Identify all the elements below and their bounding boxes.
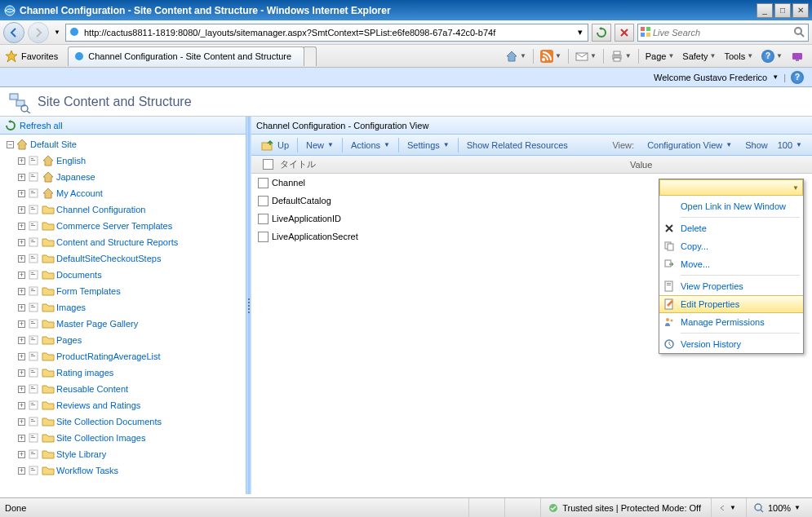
actions-icon[interactable]: [27, 219, 40, 232]
context-target[interactable]: ▼: [659, 179, 803, 196]
active-tab[interactable]: Channel Configuration - Site Content and…: [68, 46, 304, 66]
tree-site-node[interactable]: +English: [0, 152, 246, 169]
maximize-button[interactable]: □: [774, 3, 791, 18]
related-button[interactable]: Show Related Resources: [460, 138, 575, 152]
home-button[interactable]: ▼: [502, 48, 530, 64]
tree-label[interactable]: Commerce Server Templates: [56, 221, 172, 231]
devtools-button[interactable]: [788, 48, 807, 64]
expand-icon[interactable]: +: [18, 255, 25, 263]
expand-icon[interactable]: +: [18, 402, 25, 409]
tree-label[interactable]: My Account: [56, 188, 103, 198]
expand-icon[interactable]: +: [18, 206, 25, 214]
expand-icon[interactable]: +: [18, 304, 25, 312]
stop-button[interactable]: [615, 24, 634, 42]
actions-icon[interactable]: [27, 350, 40, 363]
tree-list-node[interactable]: +Site Collection Documents: [0, 413, 246, 430]
favorites-label[interactable]: Favorites: [21, 51, 58, 61]
tree-list-node[interactable]: +ProductRatingAverageList: [0, 348, 246, 365]
actions-icon[interactable]: [27, 268, 40, 281]
tree-label[interactable]: Site Collection Documents: [56, 417, 162, 426]
tree-label[interactable]: Reviews and Ratings: [56, 400, 140, 410]
row-checkbox[interactable]: [258, 232, 268, 242]
row-checkbox[interactable]: [258, 196, 268, 206]
feeds-button[interactable]: ▼: [537, 48, 565, 64]
tree-list-node[interactable]: +Images: [0, 299, 246, 316]
tree-list-node[interactable]: +Form Templates: [0, 283, 246, 299]
ctx-delete[interactable]: Delete: [659, 219, 803, 237]
tree-root[interactable]: − Default Site: [0, 136, 246, 152]
address-input[interactable]: [82, 28, 575, 38]
tree-label[interactable]: DefaultSiteCheckoutSteps: [56, 254, 161, 263]
search-go-icon[interactable]: [793, 26, 806, 39]
new-button[interactable]: New▼: [300, 138, 340, 152]
expand-icon[interactable]: +: [18, 369, 25, 377]
tools-menu[interactable]: Tools▼: [721, 50, 757, 63]
close-button[interactable]: ✕: [792, 3, 809, 18]
tree-list-node[interactable]: +Reviews and Ratings: [0, 397, 246, 413]
mail-button[interactable]: ▼: [572, 48, 600, 64]
refresh-all-link[interactable]: Refresh all: [20, 121, 63, 130]
actions-icon[interactable]: [27, 252, 40, 265]
status-zoom[interactable]: 100% ▼: [746, 498, 807, 517]
tree-label[interactable]: Site Collection Images: [56, 433, 145, 443]
search-input[interactable]: [653, 28, 793, 38]
tree-list-node[interactable]: +Commerce Server Templates: [0, 218, 246, 234]
select-all-checkbox[interactable]: [263, 159, 273, 170]
expand-icon[interactable]: +: [18, 337, 25, 344]
tree-label[interactable]: Style Library: [56, 449, 106, 459]
expand-icon[interactable]: +: [18, 239, 25, 246]
ctx-permissions[interactable]: Manage Permissions: [659, 313, 803, 331]
ctx-edit-properties[interactable]: Edit Properties: [659, 295, 803, 313]
tree-label[interactable]: English: [56, 156, 86, 166]
ctx-copy[interactable]: Copy...: [659, 237, 803, 255]
show-label[interactable]: Show: [742, 140, 771, 150]
tree-list-node[interactable]: +Reusable Content: [0, 381, 246, 397]
tree-site-node[interactable]: +Japanese: [0, 169, 246, 185]
expand-icon[interactable]: +: [18, 451, 25, 458]
actions-icon[interactable]: [27, 317, 40, 330]
collapse-icon[interactable]: −: [7, 141, 14, 148]
address-dropdown-icon[interactable]: ▾: [575, 27, 586, 38]
tree-label[interactable]: Documents: [56, 270, 102, 280]
expand-icon[interactable]: +: [18, 320, 25, 328]
tree-label[interactable]: Workflow Tasks: [56, 466, 118, 475]
tree-list-node[interactable]: +Workflow Tasks: [0, 462, 246, 479]
address-bar[interactable]: ▾: [65, 24, 588, 42]
welcome-user[interactable]: Welcome Gustavo Frederico: [654, 73, 767, 82]
actions-icon[interactable]: [27, 285, 40, 298]
search-bar[interactable]: [637, 24, 809, 42]
column-value[interactable]: Value: [630, 160, 809, 170]
expand-icon[interactable]: +: [18, 174, 25, 181]
tree-label[interactable]: Images: [56, 303, 86, 312]
expand-icon[interactable]: +: [18, 288, 25, 295]
tree-list-node[interactable]: +Pages: [0, 332, 246, 348]
favorites-icon[interactable]: [5, 50, 18, 63]
tree-list-node[interactable]: +Channel Configuration: [0, 201, 246, 218]
view-selector[interactable]: Configuration View▼: [641, 138, 739, 152]
tree-label[interactable]: Content and Structure Reports: [56, 237, 178, 247]
tree-label[interactable]: Form Templates: [56, 286, 121, 296]
tree-label[interactable]: Master Page Gallery: [56, 319, 138, 329]
nav-history-dropdown[interactable]: ▼: [52, 24, 62, 41]
actions-icon[interactable]: [27, 236, 40, 249]
status-zone[interactable]: Trusted sites | Protected Mode: Off: [540, 498, 708, 517]
expand-icon[interactable]: +: [18, 418, 25, 426]
tree-list-node[interactable]: +Style Library: [0, 446, 246, 462]
expand-icon[interactable]: +: [18, 353, 25, 360]
ctx-move[interactable]: Move...: [659, 255, 803, 273]
tree-label[interactable]: Japanese: [56, 172, 95, 182]
help-menu[interactable]: ?▼: [758, 48, 786, 64]
actions-icon[interactable]: [27, 464, 40, 477]
tree-label[interactable]: Pages: [56, 335, 82, 345]
tree-label[interactable]: ProductRatingAverageList: [56, 351, 161, 361]
count-selector[interactable]: 100▼: [774, 138, 805, 152]
new-tab-button[interactable]: [304, 46, 317, 66]
expand-icon[interactable]: +: [18, 435, 25, 442]
actions-icon[interactable]: [27, 415, 40, 428]
tree-site-node[interactable]: +My Account: [0, 185, 246, 201]
actions-icon[interactable]: [27, 448, 40, 461]
settings-button[interactable]: Settings▼: [401, 138, 456, 152]
actions-icon[interactable]: [27, 154, 40, 167]
refresh-bar[interactable]: Refresh all: [0, 117, 246, 135]
tree-list-node[interactable]: +Documents: [0, 267, 246, 283]
